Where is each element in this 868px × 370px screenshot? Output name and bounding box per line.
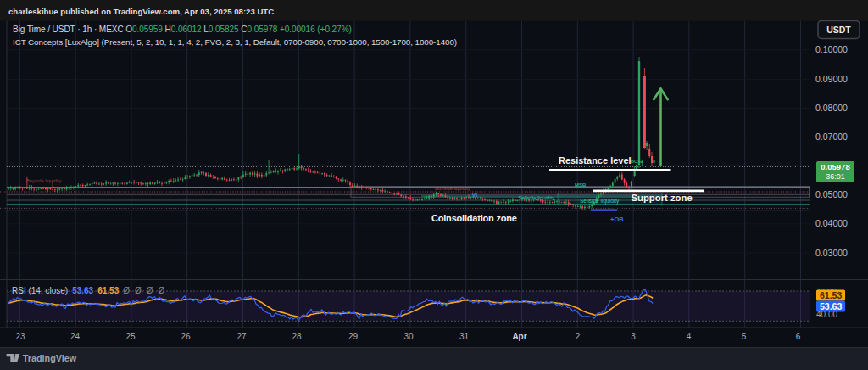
- svg-text:0.09000: 0.09000: [815, 74, 848, 84]
- svg-text:Resistance level: Resistance level: [559, 155, 632, 165]
- svg-text:6: 6: [796, 332, 801, 341]
- svg-text:23: 23: [15, 332, 25, 341]
- svg-text:31: 31: [459, 332, 470, 341]
- svg-text:0.05000: 0.05000: [815, 189, 848, 199]
- svg-text:0.04000: 0.04000: [815, 218, 848, 228]
- svg-text:5: 5: [742, 332, 747, 341]
- svg-text:0.05978: 0.05978: [821, 162, 849, 171]
- svg-text:0.10000: 0.10000: [815, 44, 848, 54]
- svg-text:RSI (14, close) 53.63 61.53 Ø: RSI (14, close) 53.63 61.53 Ø Ø Ø Ø: [12, 286, 166, 295]
- svg-text:0.07000: 0.07000: [815, 132, 848, 142]
- svg-text:Buyside liquidity: Buyside liquidity: [435, 186, 470, 191]
- svg-text:25: 25: [125, 332, 136, 341]
- svg-text:Buyside liquidity: Buyside liquidity: [26, 178, 62, 183]
- svg-text:USDT: USDT: [826, 25, 851, 35]
- svg-text:TradingView: TradingView: [23, 353, 77, 363]
- svg-text:Sellside liquidity: Sellside liquidity: [580, 198, 620, 205]
- svg-text:36:01: 36:01: [826, 172, 845, 181]
- svg-text:MSB: MSB: [575, 182, 587, 188]
- svg-text:26: 26: [181, 332, 191, 341]
- svg-text:4: 4: [687, 332, 692, 341]
- svg-text:0.08000: 0.08000: [815, 103, 848, 113]
- svg-text:Coinsolidation zone: Coinsolidation zone: [431, 213, 517, 223]
- svg-text:27: 27: [236, 332, 247, 341]
- svg-text:Apr: Apr: [512, 332, 526, 341]
- svg-text:61.53: 61.53: [820, 290, 842, 300]
- svg-text:2: 2: [576, 332, 581, 341]
- svg-text:30: 30: [403, 332, 414, 341]
- svg-text:3: 3: [631, 332, 636, 341]
- svg-text:VI: VI: [472, 192, 478, 198]
- svg-text:0.03000: 0.03000: [815, 248, 848, 258]
- svg-text:29: 29: [348, 332, 359, 341]
- svg-text:40.00: 40.00: [816, 310, 837, 319]
- svg-text:ICT Concepts [LuxAlgo] (Presen: ICT Concepts [LuxAlgo] (Present, 5, 2, 1…: [13, 37, 457, 47]
- svg-text:Big Time / USDT · 1h · MEXC O: Big Time / USDT · 1h · MEXC O0.05959 H0.…: [13, 25, 352, 34]
- svg-text:Support zone: Support zone: [632, 193, 693, 203]
- svg-text:24: 24: [70, 332, 81, 341]
- svg-text:BOS: BOS: [631, 159, 641, 164]
- svg-text:charleskibue published on Trad: charleskibue published on TradingView.co…: [8, 7, 274, 16]
- svg-text:28: 28: [292, 332, 302, 341]
- svg-text:Sellside liquidity: Sellside liquidity: [519, 195, 555, 200]
- svg-text:+OB: +OB: [610, 216, 624, 223]
